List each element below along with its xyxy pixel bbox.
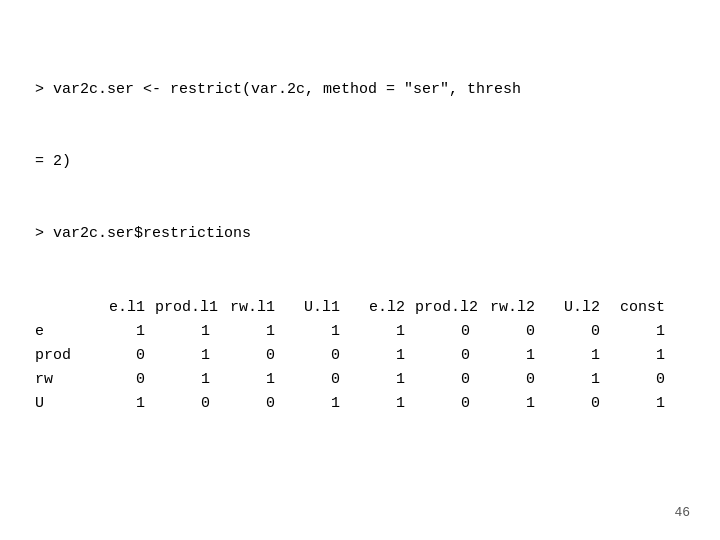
- cell-U-3: 1: [285, 392, 350, 416]
- col-header-ul1: U.l1: [285, 296, 350, 320]
- cell-e-2: 1: [220, 320, 285, 344]
- cell-prod-1: 1: [155, 344, 220, 368]
- cell-prod-0: 0: [90, 344, 155, 368]
- col-header-rwl1: rw.l1: [220, 296, 285, 320]
- col-header-ul2: U.l2: [545, 296, 610, 320]
- row-label-e: e: [35, 320, 90, 344]
- table-header-row: e.l1 prod.l1 rw.l1 U.l1 e.l2 prod.l2 rw.…: [35, 296, 685, 320]
- page-number: 46: [674, 505, 690, 520]
- cell-e-6: 0: [480, 320, 545, 344]
- code-line3: > var2c.ser$restrictions: [35, 222, 685, 246]
- table-row: U100110101: [35, 392, 685, 416]
- cell-rw-7: 1: [545, 368, 610, 392]
- cell-rw-6: 0: [480, 368, 545, 392]
- cell-prod-7: 1: [545, 344, 610, 368]
- cell-prod-2: 0: [220, 344, 285, 368]
- cell-e-5: 0: [415, 320, 480, 344]
- cell-U-2: 0: [220, 392, 285, 416]
- cell-rw-2: 1: [220, 368, 285, 392]
- cell-U-1: 0: [155, 392, 220, 416]
- col-header-rwl2: rw.l2: [480, 296, 545, 320]
- cell-e-8: 1: [610, 320, 675, 344]
- cell-U-8: 1: [610, 392, 675, 416]
- cell-rw-1: 1: [155, 368, 220, 392]
- cell-U-7: 0: [545, 392, 610, 416]
- cell-prod-4: 1: [350, 344, 415, 368]
- cell-U-0: 1: [90, 392, 155, 416]
- col-header-el1: e.l1: [90, 296, 155, 320]
- cell-U-6: 1: [480, 392, 545, 416]
- cell-prod-5: 0: [415, 344, 480, 368]
- cell-prod-6: 1: [480, 344, 545, 368]
- cell-rw-3: 0: [285, 368, 350, 392]
- col-header-prodl1: prod.l1: [155, 296, 220, 320]
- col-header-const: const: [610, 296, 675, 320]
- table-row: prod010010111: [35, 344, 685, 368]
- cell-e-7: 0: [545, 320, 610, 344]
- cell-rw-8: 0: [610, 368, 675, 392]
- col-header-prodl2: prod.l2: [415, 296, 480, 320]
- table-row: rw011010010: [35, 368, 685, 392]
- cell-U-5: 0: [415, 392, 480, 416]
- cell-e-3: 1: [285, 320, 350, 344]
- code-line2: = 2): [35, 150, 685, 174]
- cell-prod-3: 0: [285, 344, 350, 368]
- cell-rw-5: 0: [415, 368, 480, 392]
- code-line1: > var2c.ser <- restrict(var.2c, method =…: [35, 78, 685, 102]
- cell-U-4: 1: [350, 392, 415, 416]
- row-label-prod: prod: [35, 344, 90, 368]
- cell-rw-0: 0: [90, 368, 155, 392]
- table-row: e111110001: [35, 320, 685, 344]
- col-header-el2: e.l2: [350, 296, 415, 320]
- cell-rw-4: 1: [350, 368, 415, 392]
- row-label-rw: rw: [35, 368, 90, 392]
- cell-e-4: 1: [350, 320, 415, 344]
- cell-e-0: 1: [90, 320, 155, 344]
- row-label-U: U: [35, 392, 90, 416]
- cell-prod-8: 1: [610, 344, 675, 368]
- cell-e-1: 1: [155, 320, 220, 344]
